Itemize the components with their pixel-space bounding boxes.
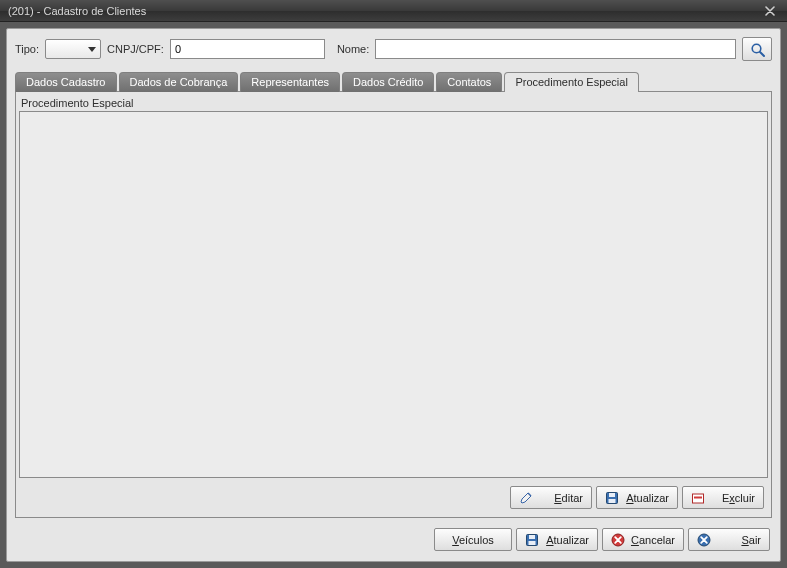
client-area: Tipo: CNPJ/CPF: Nome: Dados Cadastro Dad…	[0, 22, 787, 568]
tab-procedimento-especial[interactable]: Procedimento Especial	[504, 72, 639, 92]
tipo-combo[interactable]	[45, 39, 101, 59]
pencil-icon	[519, 491, 533, 505]
tab-dados-cobranca[interactable]: Dados de Cobrança	[119, 72, 239, 92]
svg-rect-8	[529, 535, 535, 539]
sair-button[interactable]: Sair	[688, 528, 770, 551]
excluir-button[interactable]: Excluir	[682, 486, 764, 509]
excluir-label: Excluir	[711, 492, 755, 504]
atualizar-button[interactable]: Atualizar	[516, 528, 598, 551]
main-panel: Tipo: CNPJ/CPF: Nome: Dados Cadastro Dad…	[6, 28, 781, 562]
svg-rect-6	[694, 496, 702, 498]
tab-strip: Dados Cadastro Dados de Cobrança Represe…	[15, 71, 772, 91]
exit-icon	[697, 533, 711, 547]
atualizar-inner-label: Atualizar	[625, 492, 669, 504]
nome-input[interactable]	[375, 39, 736, 59]
save-icon	[605, 491, 619, 505]
title-bar: (201) - Cadastro de Clientes	[0, 0, 787, 22]
inner-button-row: Editar Atualizar Excluir	[19, 478, 768, 511]
svg-rect-4	[609, 499, 616, 503]
svg-rect-9	[528, 541, 535, 545]
tipo-label: Tipo:	[15, 43, 39, 55]
window-title: (201) - Cadastro de Clientes	[8, 5, 761, 17]
tab-representantes[interactable]: Representantes	[240, 72, 340, 92]
tab-content: Procedimento Especial Editar Atualizar	[15, 91, 772, 518]
editar-button[interactable]: Editar	[510, 486, 592, 509]
chevron-down-icon	[88, 47, 96, 52]
cancel-icon	[611, 533, 625, 547]
tab-dados-credito[interactable]: Dados Crédito	[342, 72, 434, 92]
veiculos-button[interactable]: Veículos	[434, 528, 512, 551]
search-form-row: Tipo: CNPJ/CPF: Nome:	[15, 37, 772, 61]
cancelar-label: Cancelar	[631, 534, 675, 546]
cancelar-button[interactable]: Cancelar	[602, 528, 684, 551]
tab-contatos[interactable]: Contatos	[436, 72, 502, 92]
svg-rect-3	[609, 493, 615, 497]
close-icon[interactable]	[761, 3, 779, 19]
cnpjcpf-input[interactable]	[170, 39, 325, 59]
tab-dados-cadastro[interactable]: Dados Cadastro	[15, 72, 117, 92]
editar-label: Editar	[539, 492, 583, 504]
veiculos-label: Veículos	[452, 534, 494, 546]
delete-icon	[691, 491, 705, 505]
sair-label: Sair	[717, 534, 761, 546]
bottom-button-row: Veículos Atualizar Cancelar Sair	[15, 518, 772, 553]
search-icon	[750, 42, 764, 56]
nome-label: Nome:	[337, 43, 369, 55]
atualizar-label: Atualizar	[545, 534, 589, 546]
atualizar-inner-button[interactable]: Atualizar	[596, 486, 678, 509]
cnpjcpf-label: CNPJ/CPF:	[107, 43, 164, 55]
procedimento-textarea[interactable]	[19, 111, 768, 478]
search-button[interactable]	[742, 37, 772, 61]
save-icon	[525, 533, 539, 547]
svg-line-1	[760, 52, 764, 56]
section-title: Procedimento Especial	[21, 97, 766, 109]
